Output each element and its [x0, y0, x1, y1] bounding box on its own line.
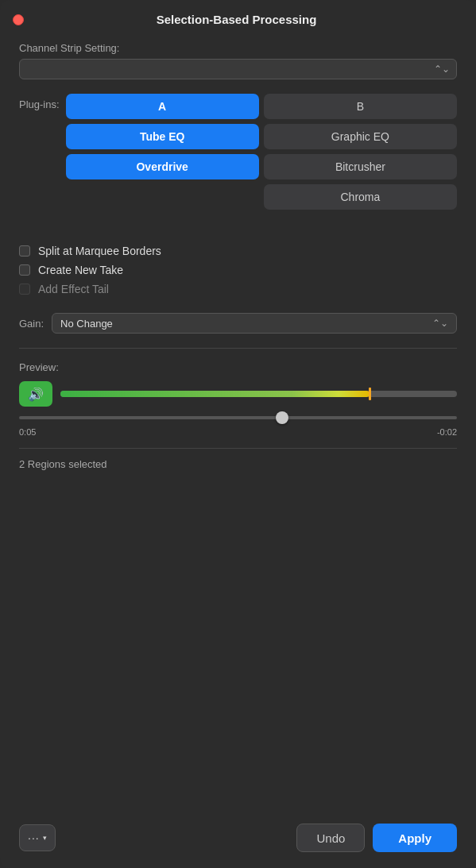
gain-dropdown-arrows-icon: ⌃⌄	[432, 318, 448, 329]
plugins-section: Plug-ins: A B Tube EQ Graphic EQ	[19, 94, 457, 232]
plugins-label: Plug-ins:	[19, 94, 60, 110]
bottom-bar: ··· ▾ Undo Apply	[0, 816, 476, 868]
chevron-down-icon: ▾	[43, 834, 47, 842]
progress-bar-fill	[60, 391, 370, 397]
dropdown-arrows-icon: ⌃⌄	[434, 64, 450, 75]
split-checkbox-row: Split at Marquee Borders	[19, 245, 457, 257]
progress-bar-container[interactable]	[60, 391, 457, 397]
checkboxes-section: Split at Marquee Borders Create New Take…	[19, 245, 457, 302]
plugin-bitcrusher[interactable]: Bitcrusher	[264, 154, 457, 179]
regions-divider	[19, 448, 457, 449]
split-label: Split at Marquee Borders	[38, 245, 161, 257]
main-window: Selection-Based Processing Channel Strip…	[0, 0, 476, 868]
gain-row: Gain: No Change ⌃⌄	[19, 313, 457, 334]
channel-strip-label: Channel Strip Setting:	[19, 42, 457, 54]
scrubber-track[interactable]	[19, 416, 457, 419]
scrubber-thumb[interactable]	[276, 411, 288, 424]
time-end: -0:02	[437, 427, 457, 437]
time-row: 0:05 -0:02	[19, 427, 457, 437]
speaker-icon: 🔊	[28, 387, 44, 402]
add-tail-checkbox-row: Add Effect Tail	[19, 283, 457, 295]
channel-strip-dropdown[interactable]: ⌃⌄	[19, 59, 457, 79]
preview-label: Preview:	[19, 361, 457, 373]
create-take-label: Create New Take	[38, 264, 123, 276]
plugin-graphic-eq[interactable]: Graphic EQ	[264, 124, 457, 149]
title-bar: Selection-Based Processing	[0, 0, 476, 34]
create-take-checkbox[interactable]	[19, 264, 30, 276]
undo-button[interactable]: Undo	[296, 824, 365, 852]
time-start: 0:05	[19, 427, 36, 437]
content-area: Channel Strip Setting: ⌃⌄ Plug-ins: A B …	[0, 34, 476, 816]
split-checkbox[interactable]	[19, 245, 30, 257]
gain-value: No Change	[60, 318, 113, 330]
plugins-grid: A B Tube EQ Graphic EQ Overdrive	[66, 94, 457, 232]
create-take-checkbox-row: Create New Take	[19, 264, 457, 276]
options-button[interactable]: ··· ▾	[19, 824, 56, 851]
gain-dropdown[interactable]: No Change ⌃⌄	[52, 313, 457, 334]
plugin-overdrive[interactable]: Overdrive	[66, 154, 259, 179]
gain-label: Gain:	[19, 318, 44, 330]
plugin-chroma[interactable]: Chroma	[264, 184, 457, 210]
progress-marker	[369, 388, 371, 400]
plugin-col-b-header[interactable]: B	[264, 94, 457, 119]
regions-label: 2 Regions selected	[19, 458, 457, 470]
options-icon: ···	[28, 831, 40, 844]
plugin-col-a-empty	[66, 184, 259, 232]
plugin-tube-eq[interactable]: Tube EQ	[66, 124, 259, 149]
apply-button[interactable]: Apply	[373, 824, 457, 852]
plugin-col-a-header[interactable]: A	[66, 94, 259, 119]
play-button[interactable]: 🔊	[19, 381, 52, 407]
add-tail-checkbox[interactable]	[19, 284, 30, 295]
window-title: Selection-Based Processing	[24, 13, 449, 26]
add-tail-label: Add Effect Tail	[38, 283, 109, 295]
scrubber-row	[19, 416, 457, 422]
close-button[interactable]	[13, 14, 24, 25]
preview-row: 🔊	[19, 381, 457, 407]
divider-1	[19, 348, 457, 349]
channel-strip-row: ⌃⌄	[19, 59, 457, 79]
